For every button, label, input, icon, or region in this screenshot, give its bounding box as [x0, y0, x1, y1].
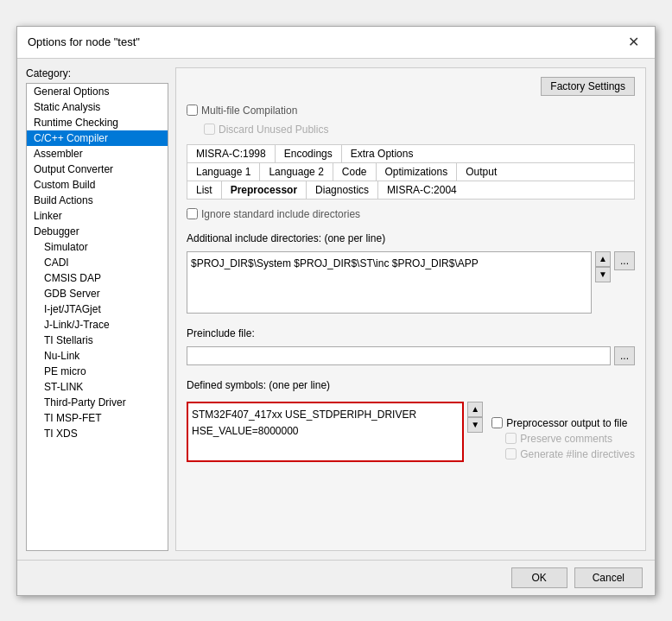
category-item-ti-stellaris[interactable]: TI Stellaris: [27, 333, 168, 348]
preprocessor-output-label: Preprocessor output to file: [506, 417, 627, 429]
category-item-build-actions[interactable]: Build Actions: [27, 193, 168, 208]
preinclude-label: Preinclude file:: [187, 327, 635, 339]
preprocessor-output-group: Preprocessor output to file Preserve com…: [491, 417, 635, 460]
include-dirs-box[interactable]: $PROJ_DIR$\System $PROJ_DIR$\ST\inc $PRO…: [187, 251, 592, 314]
category-item-cadi[interactable]: CADI: [27, 255, 168, 270]
discard-unused-row: Discard Unused Publics: [187, 124, 635, 136]
category-item-ti-msp-fet[interactable]: TI MSP-FET: [27, 410, 168, 426]
category-item-linker[interactable]: Linker: [27, 208, 168, 224]
tab-misra-c-2004[interactable]: MISRA-C:2004: [378, 181, 466, 199]
ok-button[interactable]: OK: [511, 567, 567, 588]
preinclude-ellipsis-button[interactable]: ...: [614, 346, 635, 365]
tab-extra-options[interactable]: Extra Options: [342, 145, 422, 162]
category-item-jlink-jtrace[interactable]: J-Link/J-Trace: [27, 317, 168, 333]
category-item-pe-micro[interactable]: PE micro: [27, 364, 168, 379]
multifile-checkbox[interactable]: [187, 105, 198, 116]
tab-encodings[interactable]: Encodings: [276, 145, 342, 162]
generate-directives-row: Generate #line directives: [491, 448, 635, 460]
category-item-ti-xds[interactable]: TI XDS: [27, 426, 168, 441]
preprocessor-output-row: Preprocessor output to file: [491, 417, 635, 429]
tab-language1[interactable]: Language 1: [187, 163, 260, 181]
preserve-comments-label: Preserve comments: [520, 433, 612, 445]
symbols-scrollbar: ▲ ▼: [467, 402, 483, 462]
generate-directives-label: Generate #line directives: [520, 448, 635, 460]
tab-optimizations[interactable]: Optimizations: [377, 163, 458, 181]
tabs-row-1: MISRA-C:1998EncodingsExtra Options: [187, 145, 634, 163]
tab-diagnostics[interactable]: Diagnostics: [307, 181, 378, 199]
tab-list[interactable]: List: [187, 181, 222, 199]
ignore-include-checkbox[interactable]: [187, 208, 198, 219]
category-label: Category:: [26, 67, 168, 79]
tabs-section-row1: MISRA-C:1998EncodingsExtra Options Langu…: [187, 144, 635, 200]
tabs-row-3: ListPreprocessorDiagnosticsMISRA-C:2004: [187, 181, 634, 199]
category-item-gdb-server[interactable]: GDB Server: [27, 286, 168, 301]
preserve-comments-checkbox: [505, 433, 517, 444]
category-item-ijet-jtagjet[interactable]: I-jet/JTAGjet: [27, 301, 168, 317]
discard-checkbox: [204, 124, 215, 135]
tabs-row-2: Language 1Language 2CodeOptimizationsOut…: [187, 163, 634, 181]
dialog-body: Category: General OptionsStatic Analysis…: [17, 59, 655, 560]
tab-output[interactable]: Output: [457, 163, 505, 181]
category-item-custom-build[interactable]: Custom Build: [27, 177, 168, 193]
defined-symbols-label: Defined symbols: (one per line): [187, 379, 635, 391]
options-dialog: Options for node "test" ✕ Category: Gene…: [16, 26, 656, 596]
symbols-scroll-down-button[interactable]: ▼: [467, 417, 483, 433]
symbols-right: Preprocessor output to file Preserve com…: [491, 402, 635, 462]
scroll-down-button[interactable]: ▼: [595, 267, 611, 282]
ignore-include-row: Ignore standard include directories: [187, 208, 635, 220]
category-item-output-converter[interactable]: Output Converter: [27, 162, 168, 177]
tab-code[interactable]: Code: [333, 163, 377, 181]
include-dirs-ellipsis-button[interactable]: ...: [614, 251, 635, 270]
tab-misra-c-1998[interactable]: MISRA-C:1998: [187, 145, 276, 162]
additional-dirs-label: Additional include directories: (one per…: [187, 232, 635, 244]
factory-settings-button[interactable]: Factory Settings: [541, 77, 635, 96]
category-list: General OptionsStatic AnalysisRuntime Ch…: [26, 83, 168, 551]
category-item-static-analysis[interactable]: Static Analysis: [27, 99, 168, 115]
tab-language2[interactable]: Language 2: [260, 163, 333, 181]
tab-preprocessor[interactable]: Preprocessor: [222, 181, 307, 199]
title-bar: Options for node "test" ✕: [17, 27, 655, 59]
category-item-cmsis-dap[interactable]: CMSIS DAP: [27, 270, 168, 286]
preinclude-row: ...: [187, 346, 635, 365]
scroll-up-button[interactable]: ▲: [595, 251, 611, 267]
symbols-box-wrapper: STM32F407_417xx USE_STDPERIPH_DRIVER HSE…: [187, 402, 483, 462]
symbols-section: STM32F407_417xx USE_STDPERIPH_DRIVER HSE…: [187, 402, 635, 462]
category-item-third-party-driver[interactable]: Third-Party Driver: [27, 395, 168, 410]
preinclude-input[interactable]: [187, 346, 611, 365]
close-button[interactable]: ✕: [623, 34, 644, 51]
category-item-runtime-checking[interactable]: Runtime Checking: [27, 115, 168, 130]
generate-directives-checkbox: [505, 448, 517, 459]
include-dirs-scrollbar: ▲ ▼: [595, 251, 611, 314]
symbols-scroll-up-button[interactable]: ▲: [467, 402, 483, 417]
category-item-assembler[interactable]: Assembler: [27, 146, 168, 162]
symbols-box[interactable]: STM32F407_417xx USE_STDPERIPH_DRIVER HSE…: [187, 402, 464, 462]
dialog-footer: OK Cancel: [17, 560, 655, 595]
category-item-nu-link[interactable]: Nu-Link: [27, 348, 168, 364]
cancel-button[interactable]: Cancel: [574, 567, 643, 588]
category-item-st-link[interactable]: ST-LINK: [27, 379, 168, 395]
preserve-comments-row: Preserve comments: [491, 433, 635, 445]
category-item-cpp-compiler[interactable]: C/C++ Compiler: [27, 130, 168, 146]
symbols-left: STM32F407_417xx USE_STDPERIPH_DRIVER HSE…: [187, 402, 483, 462]
content-panel: Factory Settings Multi-file Compilation …: [175, 67, 646, 551]
include-dirs-wrapper: $PROJ_DIR$\System $PROJ_DIR$\ST\inc $PRO…: [187, 251, 635, 314]
multifile-label: Multi-file Compilation: [201, 105, 297, 117]
multifile-compilation-row: Multi-file Compilation: [187, 105, 635, 117]
ignore-label: Ignore standard include directories: [201, 208, 360, 220]
category-item-general-options[interactable]: General Options: [27, 84, 168, 99]
category-item-debugger[interactable]: Debugger: [27, 224, 168, 239]
discard-label: Discard Unused Publics: [219, 124, 328, 136]
category-item-simulator[interactable]: Simulator: [27, 239, 168, 255]
category-panel: Category: General OptionsStatic Analysis…: [26, 67, 168, 551]
preprocessor-output-checkbox[interactable]: [491, 417, 503, 428]
top-row: Factory Settings: [187, 77, 635, 96]
dialog-title: Options for node "test": [28, 35, 140, 48]
